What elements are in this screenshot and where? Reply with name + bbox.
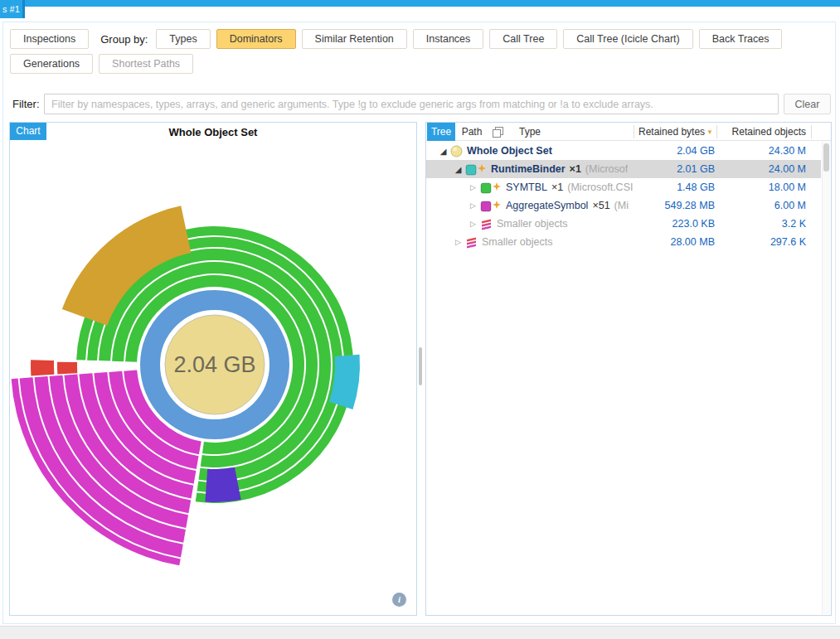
bottom-strip	[0, 626, 840, 639]
column-header-retained-objects[interactable]: Retained objects	[720, 123, 806, 141]
toolbar-row-1: Inspections Group by: TypesDominatorsSim…	[10, 29, 782, 49]
row-namespace: (Microsoft.CSI	[567, 182, 633, 193]
inspections-button[interactable]: Inspections	[10, 29, 89, 49]
clear-button[interactable]: Clear	[784, 94, 831, 114]
class-icon	[465, 163, 487, 176]
chart-center-label: 2.04 GB	[173, 352, 255, 377]
type-icon-wrap	[480, 200, 502, 212]
table-row[interactable]: ▷AggregateSymbol×51(Mi549.28 MB6.00 M	[426, 196, 821, 215]
tab-shortest-paths[interactable]: Shortest Paths	[99, 54, 193, 74]
scrollbar[interactable]	[822, 142, 830, 614]
type-icon-wrap	[450, 145, 463, 157]
retained-bytes-value: 1.48 GB	[635, 178, 715, 196]
smaller-objects-icon	[480, 218, 493, 230]
retained-objects-value: 3.2 K	[720, 215, 806, 233]
row-namespace: (Microsof	[585, 163, 628, 175]
row-type-name: Smaller objects	[482, 236, 552, 248]
row-type-name: RuntimeBinder	[491, 163, 566, 175]
retained-bytes-value: 2.04 GB	[635, 142, 715, 160]
expander-expanded-icon[interactable]: ◢	[453, 165, 464, 174]
scrollbar-thumb[interactable]	[823, 143, 829, 172]
sunburst-segment-red-sliver-1[interactable]	[57, 362, 77, 375]
window-tab[interactable]: s #1	[0, 0, 25, 18]
tab-call-tree[interactable]: Call Tree	[489, 29, 557, 49]
group-by-tabs-row2: GenerationsShortest Paths	[10, 54, 193, 74]
retained-bytes-value: 549.28 MB	[635, 196, 715, 215]
type-icon-wrap	[480, 182, 502, 194]
column-header-type[interactable]: Type	[519, 123, 541, 141]
retained-objects-value: 18.00 M	[720, 178, 806, 196]
column-divider	[716, 125, 717, 138]
info-icon[interactable]: i	[392, 593, 406, 607]
group-by-tabs-row1: TypesDominatorsSimilar RetentionInstance…	[156, 29, 782, 49]
row-instance-count: ×1	[570, 163, 581, 175]
column-divider	[811, 125, 812, 138]
object-set-icon	[450, 145, 463, 157]
type-icon-wrap	[480, 218, 493, 230]
column-header-retained-bytes[interactable]: Retained bytes▼	[630, 123, 713, 142]
filter-input[interactable]	[44, 94, 779, 114]
tab-tree[interactable]: Tree	[427, 123, 455, 141]
retained-bytes-value: 223.0 KB	[635, 215, 715, 233]
sunburst-segment-red-sliver-2[interactable]	[31, 360, 54, 375]
expander-collapsed-icon[interactable]: ▷	[453, 238, 464, 246]
main-container: Inspections Group by: TypesDominatorsSim…	[2, 22, 836, 624]
tree-header: Tree Path Type Retained bytes▼ Retained …	[426, 123, 831, 141]
expander-collapsed-icon[interactable]: ▷	[468, 183, 478, 191]
column-divider	[634, 125, 634, 138]
class-icon	[480, 182, 502, 194]
retained-objects-value: 24.00 M	[720, 160, 806, 178]
expander-collapsed-icon[interactable]: ▷	[468, 220, 478, 228]
column-header-retained-bytes-label: Retained bytes	[638, 126, 705, 138]
retained-bytes-value: 2.01 GB	[635, 160, 715, 178]
type-icon-wrap	[465, 163, 487, 176]
chart-panel: Whole Object Set Chart 2.04 GB i	[9, 122, 417, 616]
retained-objects-value: 24.30 M	[720, 142, 806, 160]
retained-objects-value: 6.00 M	[720, 196, 806, 215]
filter-row: Filter: Clear	[3, 94, 837, 115]
tab-instances[interactable]: Instances	[413, 29, 484, 49]
sunburst-segment-purple-wedge[interactable]	[205, 467, 240, 502]
retained-objects-value: 297.6 K	[720, 233, 806, 251]
copy-icon[interactable]	[493, 126, 503, 141]
class-icon	[480, 200, 502, 212]
tab-call-tree-icicle-chart[interactable]: Call Tree (Icicle Chart)	[563, 29, 692, 49]
tree-panel: Tree Path Type Retained bytes▼ Retained …	[425, 122, 832, 616]
table-row[interactable]: ▷Smaller objects28.00 MB297.6 K	[426, 233, 821, 251]
chart-title: Whole Object Set	[10, 126, 416, 138]
sunburst-chart[interactable]: 2.04 GB	[10, 141, 416, 605]
row-type-name: SYMTBL	[506, 182, 547, 193]
row-instance-count: ×1	[551, 182, 563, 193]
tree-rows: ◢Whole Object Set2.04 GB24.30 M◢RuntimeB…	[426, 142, 821, 615]
window-tab-label: s #1	[2, 4, 20, 14]
row-namespace: (Mi	[614, 200, 629, 211]
tab-similar-retention[interactable]: Similar Retention	[302, 29, 407, 49]
table-row[interactable]: ◢Whole Object Set2.04 GB24.30 M	[426, 142, 821, 160]
table-row[interactable]: ▷Smaller objects223.0 KB3.2 K	[426, 215, 821, 233]
splitter-handle[interactable]	[419, 347, 422, 385]
tab-generations[interactable]: Generations	[10, 54, 93, 74]
row-instance-count: ×51	[592, 200, 609, 211]
tab-path[interactable]: Path	[456, 123, 488, 141]
table-row[interactable]: ▷SYMTBL×1(Microsoft.CSI1.48 GB18.00 M	[426, 178, 821, 196]
row-type-name: Whole Object Set	[467, 145, 552, 157]
expander-expanded-icon[interactable]: ◢	[438, 147, 449, 156]
row-type-name: Smaller objects	[497, 218, 567, 230]
tab-types[interactable]: Types	[156, 29, 210, 49]
table-row[interactable]: ◢RuntimeBinder×1(Microsof2.01 GB24.00 M	[426, 160, 821, 178]
group-by-label: Group by:	[100, 33, 148, 46]
filter-label: Filter:	[12, 94, 40, 114]
type-icon-wrap	[465, 236, 478, 249]
expander-collapsed-icon[interactable]: ▷	[468, 201, 478, 210]
tab-back-traces[interactable]: Back Traces	[699, 29, 783, 49]
retained-bytes-value: 28.00 MB	[635, 233, 715, 251]
sort-arrow-icon: ▼	[706, 128, 713, 136]
top-accent-strip	[0, 0, 840, 7]
tab-dominators[interactable]: Dominators	[216, 29, 296, 49]
tab-chart[interactable]: Chart	[10, 123, 46, 140]
toolbar-row-2: GenerationsShortest Paths	[10, 54, 193, 74]
row-type-name: AggregateSymbol	[506, 200, 588, 211]
smaller-objects-icon	[465, 236, 478, 249]
